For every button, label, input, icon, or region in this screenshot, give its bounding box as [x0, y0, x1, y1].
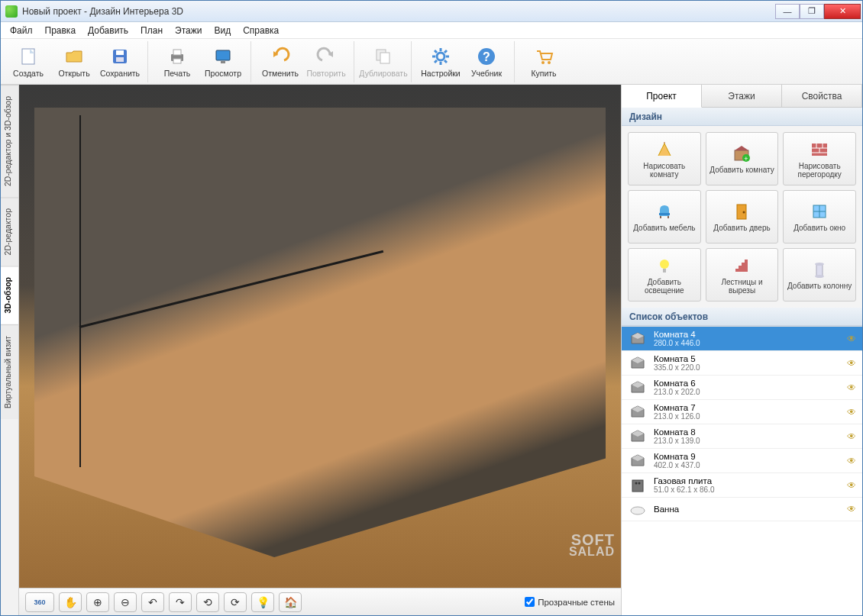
- svg-rect-63: [632, 480, 643, 492]
- add-light-icon: [655, 256, 674, 276]
- menu-item[interactable]: Вид: [209, 24, 235, 37]
- svg-marker-29: [735, 146, 748, 150]
- minimize-button[interactable]: —: [775, 4, 800, 19]
- folder-open-button[interactable]: Открыть: [51, 41, 97, 82]
- file-new-button[interactable]: Создать: [5, 41, 51, 82]
- view-tab[interactable]: 2D-редактор: [1, 197, 18, 266]
- eye-icon[interactable]: 👁: [847, 358, 856, 369]
- draw-room-icon: [655, 140, 674, 160]
- zoom-out-button[interactable]: ⊖: [114, 592, 137, 612]
- app-window: Новый проект - Дизайн Интерьера 3D — ❐ ✕…: [0, 0, 863, 616]
- eye-icon[interactable]: 👁: [847, 480, 856, 491]
- stairs-button[interactable]: Лестницы и вырезы: [706, 248, 779, 302]
- svg-text:+: +: [745, 155, 748, 163]
- add-light-button[interactable]: Добавить освещение: [628, 248, 701, 302]
- rotate-right-button[interactable]: ↷: [169, 592, 192, 612]
- add-door-icon: [732, 202, 751, 221]
- help-button[interactable]: ?Учебник: [464, 41, 509, 82]
- room-icon: [628, 453, 648, 469]
- draw-room-button[interactable]: Нарисовать комнату: [628, 132, 701, 185]
- undo-icon: [270, 46, 291, 67]
- eye-icon[interactable]: 👁: [847, 382, 856, 393]
- svg-point-65: [638, 482, 641, 484]
- svg-point-64: [635, 482, 638, 484]
- menu-item[interactable]: План: [136, 24, 167, 37]
- room-icon: [628, 404, 648, 421]
- svg-rect-9: [221, 61, 225, 63]
- light-button[interactable]: 💡: [251, 592, 274, 612]
- view-tabs: 2D-редактор и 3D-обзор2D-редактор3D-обзо…: [1, 85, 19, 615]
- object-list-item[interactable]: Ванна👁: [622, 498, 862, 521]
- save-icon: [109, 46, 131, 67]
- orbit-left-button[interactable]: ⟲: [196, 592, 219, 612]
- menu-item[interactable]: Правка: [40, 24, 81, 37]
- add-column-icon: [810, 260, 829, 279]
- menu-item[interactable]: Файл: [5, 24, 37, 37]
- eye-icon[interactable]: 👁: [847, 407, 856, 418]
- object-list-item[interactable]: Комната 9402.0 x 437.0👁: [622, 449, 862, 473]
- transparent-walls-checkbox[interactable]: Прозрачные стены: [525, 597, 615, 607]
- object-list-item[interactable]: Комната 5335.0 x 220.0👁: [622, 351, 862, 376]
- draw-wall-icon: [810, 140, 829, 160]
- 3d-canvas[interactable]: SOFT SALAD: [19, 85, 621, 588]
- side-tab[interactable]: Свойства: [782, 85, 862, 107]
- eye-icon[interactable]: 👁: [847, 456, 856, 466]
- print-button[interactable]: Печать: [154, 41, 200, 82]
- orbit-right-button[interactable]: ⟳: [224, 592, 247, 612]
- svg-line-19: [435, 50, 437, 53]
- add-door-button[interactable]: Добавить дверь: [706, 190, 779, 243]
- eye-icon[interactable]: 👁: [847, 504, 856, 514]
- add-room-button[interactable]: +Добавить комнату: [706, 132, 779, 185]
- close-button[interactable]: ✕: [824, 4, 861, 19]
- menu-item[interactable]: Справка: [238, 24, 283, 37]
- cart-button[interactable]: Купить: [521, 41, 567, 82]
- side-tab[interactable]: Проект: [622, 85, 702, 108]
- design-header: Дизайн: [622, 108, 862, 126]
- room-icon: [628, 355, 648, 372]
- object-list-item[interactable]: Комната 4280.0 x 446.0👁: [622, 327, 862, 351]
- maximize-button[interactable]: ❐: [800, 4, 824, 19]
- draw-wall-button[interactable]: Нарисовать перегородку: [783, 132, 856, 185]
- hand-button[interactable]: ✋: [59, 592, 82, 612]
- add-column-button[interactable]: Добавить колонну: [783, 248, 856, 302]
- svg-rect-0: [22, 49, 34, 64]
- rotate-left-button[interactable]: ↶: [141, 592, 164, 612]
- view-tab[interactable]: Виртуальный визит: [1, 324, 18, 419]
- side-tabs: ПроектЭтажиСвойства: [622, 85, 862, 108]
- object-list-item[interactable]: Комната 8213.0 x 139.0👁: [622, 424, 862, 449]
- object-list-item[interactable]: Газовая плита51.0 x 62.1 x 86.0👁: [622, 473, 862, 498]
- object-list-item[interactable]: Комната 7213.0 x 126.0👁: [622, 400, 862, 424]
- home-button[interactable]: 🏠: [279, 592, 302, 612]
- add-furniture-button[interactable]: Добавить мебель: [628, 190, 701, 243]
- svg-line-22: [444, 50, 447, 53]
- stove-icon: [628, 477, 648, 494]
- menu-item[interactable]: Добавить: [83, 24, 133, 37]
- app-icon: [5, 5, 18, 18]
- content-area: 2D-редактор и 3D-обзор2D-редактор3D-обзо…: [1, 85, 862, 615]
- gear-button[interactable]: Настройки: [418, 41, 464, 82]
- object-list-item[interactable]: Комната 6213.0 x 202.0👁: [622, 376, 862, 400]
- save-button[interactable]: Сохранить: [97, 41, 143, 82]
- eye-icon[interactable]: 👁: [847, 334, 856, 344]
- redo-button: Повторить: [303, 41, 349, 82]
- svg-point-66: [631, 507, 645, 514]
- view-tab[interactable]: 2D-редактор и 3D-обзор: [1, 85, 18, 197]
- object-list: Комната 4280.0 x 446.0👁Комната 5335.0 x …: [622, 326, 862, 615]
- monitor-button[interactable]: Просмотр: [200, 41, 246, 82]
- undo-button[interactable]: Отменить: [257, 41, 303, 82]
- svg-rect-13: [380, 53, 389, 63]
- svg-line-21: [435, 60, 437, 63]
- view-tab[interactable]: 3D-обзор: [1, 266, 18, 324]
- help-icon: ?: [476, 46, 497, 67]
- 360-button[interactable]: 360: [25, 592, 54, 612]
- menu-item[interactable]: Этажи: [170, 24, 206, 37]
- eye-icon[interactable]: 👁: [847, 431, 856, 442]
- room-icon: [628, 379, 648, 396]
- add-window-button[interactable]: Добавить окно: [783, 190, 856, 243]
- svg-point-26: [548, 61, 551, 64]
- design-grid: Нарисовать комнату+Добавить комнатуНарис…: [622, 126, 862, 308]
- toolbar: СоздатьОткрытьСохранитьПечатьПросмотрОтм…: [1, 39, 862, 85]
- zoom-in-button[interactable]: ⊕: [86, 592, 109, 612]
- svg-point-50: [815, 275, 824, 278]
- side-tab[interactable]: Этажи: [702, 85, 782, 107]
